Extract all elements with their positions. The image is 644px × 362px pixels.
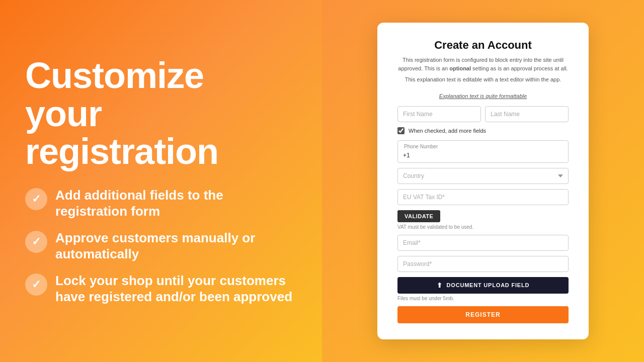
form-title: Create an Account — [397, 39, 569, 52]
phone-input-wrapper: Phone Number — [397, 140, 569, 163]
check-badge-2: ✓ — [25, 231, 47, 253]
upload-label: DOCUMENT UPLOAD FIELD — [447, 282, 530, 288]
left-panel: Customizeyourregistration ✓ Add addition… — [0, 0, 322, 362]
check-badge-3: ✓ — [25, 274, 47, 296]
validate-button[interactable]: VALIDATE — [397, 210, 440, 222]
right-panel: Create an Account This registration form… — [322, 0, 644, 362]
features-list: ✓ Add additional fields to the registrat… — [25, 187, 297, 305]
subtitle-text-2: setting as is an approval process at all… — [471, 65, 568, 71]
phone-group: Phone Number — [397, 140, 569, 163]
register-button[interactable]: REGISTER — [397, 306, 569, 323]
form-card: Create an Account This registration form… — [377, 23, 589, 339]
form-header: Create an Account This registration form… — [397, 39, 569, 84]
check-icon-2: ✓ — [32, 235, 41, 248]
upload-icon: ⬆ — [437, 282, 443, 289]
first-name-input[interactable] — [397, 106, 481, 122]
form-formattable: Explanation text is quite formattable — [397, 93, 569, 99]
feature-item-3: ✓ Lock your shop until your customers ha… — [25, 273, 297, 305]
vat-note: VAT must be validated to be used. — [397, 224, 569, 230]
checkbox-row: When checked, add more fields — [397, 127, 569, 134]
add-fields-checkbox[interactable] — [397, 127, 405, 134]
upload-button[interactable]: ⬆ DOCUMENT UPLOAD FIELD — [397, 277, 569, 294]
formattable-word: formattable — [499, 93, 527, 99]
check-icon-3: ✓ — [32, 278, 41, 291]
vat-row: VALIDATE VAT must be validated to be use… — [397, 189, 569, 230]
name-row — [397, 106, 569, 122]
last-name-input[interactable] — [485, 106, 569, 122]
feature-item-2: ✓ Approve customers manually or automati… — [25, 230, 297, 262]
form-subtitle: This registration form is configured to … — [397, 56, 569, 72]
password-input[interactable] — [397, 256, 569, 272]
check-icon-1: ✓ — [32, 193, 41, 206]
checkbox-label: When checked, add more fields — [409, 128, 486, 134]
subtitle-optional: optional — [449, 65, 471, 71]
feature-item-1: ✓ Add additional fields to the registrat… — [25, 187, 297, 220]
feature-text-3: Lock your shop until your customers have… — [55, 273, 297, 305]
phone-input[interactable] — [403, 152, 563, 159]
files-note: Files must be under 5mb. — [397, 296, 569, 301]
check-badge-1: ✓ — [25, 188, 47, 210]
email-input[interactable] — [397, 235, 569, 251]
country-select[interactable]: Country United States United Kingdom Ger… — [397, 168, 569, 184]
phone-label: Phone Number — [403, 144, 563, 149]
feature-text-2: Approve customers manually or automatica… — [55, 230, 297, 262]
form-editable-note: This explanation text is editable with a… — [397, 75, 569, 84]
feature-text-1: Add additional fields to the registratio… — [55, 187, 297, 220]
formattable-text: Explanation text is quite — [439, 93, 499, 99]
vat-input[interactable] — [397, 189, 569, 205]
hero-title: Customizeyourregistration — [25, 57, 297, 171]
